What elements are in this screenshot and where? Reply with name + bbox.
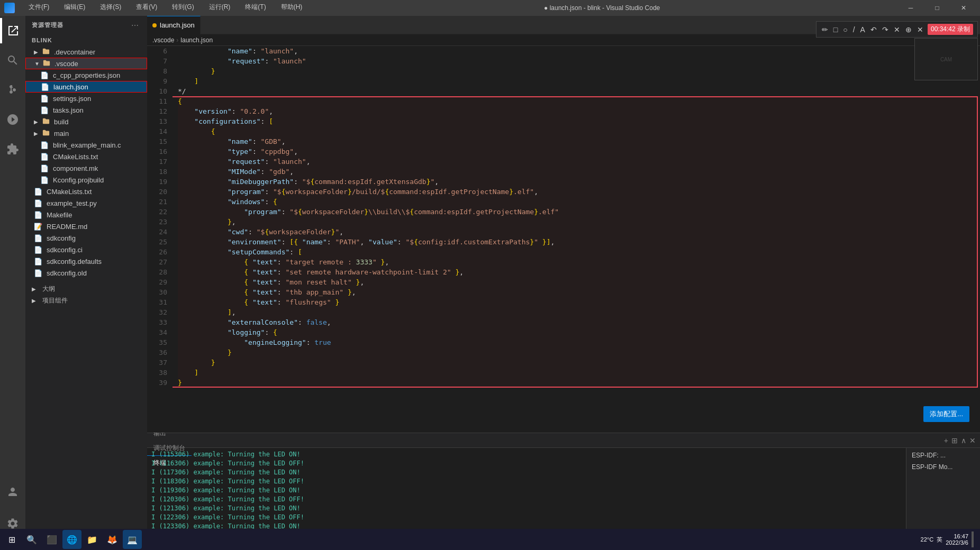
- tree-item-cpp_properties[interactable]: 📄c_cpp_properties.json: [25, 69, 147, 81]
- line-number: 14: [149, 126, 167, 136]
- folder-chevron: ▶: [34, 49, 40, 55]
- line-number: 10: [149, 86, 167, 96]
- ann-redo-icon[interactable]: ↷: [881, 24, 890, 35]
- show-desktop-btn[interactable]: [972, 531, 974, 547]
- menu-item[interactable]: 编辑(E): [61, 3, 88, 13]
- tree-item-main[interactable]: ▶main: [25, 127, 147, 139]
- task-view-btn[interactable]: ⬛: [42, 530, 61, 549]
- esp-idf-item-2[interactable]: ESP-IDF Mo...: [909, 462, 978, 472]
- ann-circle-icon[interactable]: ○: [842, 24, 848, 35]
- source-control-icon[interactable]: [0, 77, 25, 103]
- code-line: "request": "launch",: [178, 157, 980, 167]
- tree-item-README[interactable]: 📝README.md: [25, 221, 147, 232]
- code-content[interactable]: "name": "launch", "request": "launch" } …: [173, 46, 980, 433]
- add-config-button[interactable]: 添加配置...: [923, 406, 969, 422]
- tree-label: README.md: [47, 223, 87, 231]
- minimize-button[interactable]: ─: [899, 0, 923, 16]
- code-line: { "text": "mon reset halt" },: [178, 277, 980, 287]
- tree-item-sdkconfig_ci[interactable]: 📄sdkconfig.ci: [25, 244, 147, 255]
- terminal-content[interactable]: I (115306) example: Turning the LED ON!I…: [147, 448, 906, 538]
- explorer-taskbar-btn[interactable]: 📁: [83, 530, 102, 549]
- tree-item-sdkconfig_old[interactable]: 📄sdkconfig.old: [25, 267, 147, 279]
- ann-undo-icon[interactable]: ↶: [869, 24, 878, 35]
- firefox-btn[interactable]: 🦊: [103, 530, 122, 549]
- tree-label: Makefile: [47, 211, 72, 219]
- code-line: { "text": "set remote hardware-watchpoin…: [178, 267, 980, 277]
- tree-label: .vscode: [55, 60, 78, 68]
- ann-text-icon[interactable]: A: [859, 24, 866, 35]
- menu-item[interactable]: 帮助(H): [278, 3, 306, 13]
- tree-label: sdkconfig.ci: [47, 246, 83, 254]
- new-file-btn[interactable]: ⋯: [129, 20, 141, 31]
- menu-item[interactable]: 终端(T): [242, 3, 269, 13]
- ann-line-icon[interactable]: /: [852, 24, 856, 35]
- tree-item-component_mk[interactable]: 📄component.mk: [25, 162, 147, 174]
- tree-item-devcontainer[interactable]: ▶.devcontainer: [25, 46, 147, 58]
- code-line: "program": "${workspaceFolder}\\build\\$…: [178, 207, 980, 217]
- editor-area: launch.json .vscode › launch.json 678910…: [147, 16, 980, 538]
- code-line: "windows": {: [178, 197, 980, 207]
- tree-item-launch_json[interactable]: 📄launch.json: [25, 81, 147, 93]
- menu-item[interactable]: 文件(F): [25, 3, 52, 13]
- esp-idf-item-1[interactable]: ESP-IDF: ...: [909, 450, 978, 461]
- start-btn[interactable]: ⊞: [2, 530, 21, 549]
- tree-item-example_test[interactable]: 📄example_test.py: [25, 197, 147, 209]
- explorer-icon[interactable]: [0, 18, 25, 43]
- menu-item[interactable]: 转到(G): [169, 3, 197, 13]
- ann-delete-icon[interactable]: ✕: [893, 24, 901, 35]
- file-icon: 📄: [40, 141, 49, 149]
- menu-item[interactable]: 运行(R): [206, 3, 234, 13]
- panel-close-icon[interactable]: ✕: [969, 436, 976, 445]
- tree-item-CMakeLists[interactable]: 📄CMakeLists.txt: [25, 151, 147, 162]
- tree-item-vscode[interactable]: ▼.vscode: [25, 58, 147, 69]
- tree-item-tasks_json[interactable]: 📄tasks.json: [25, 104, 147, 116]
- menu-item[interactable]: 查看(V): [133, 3, 160, 13]
- line-number: 20: [149, 187, 167, 197]
- tree-label: Kconfig.projbuild: [53, 176, 104, 184]
- search-icon[interactable]: [0, 48, 25, 73]
- line-number: 17: [149, 157, 167, 167]
- breadcrumb-file[interactable]: launch.json: [180, 36, 213, 44]
- tree-item-blink_example_main[interactable]: 📄blink_example_main.c: [25, 139, 147, 151]
- tree-item-settings_json[interactable]: 📄settings.json: [25, 93, 147, 104]
- ann-close-icon[interactable]: ✕: [916, 24, 924, 35]
- tree-item-sdkconfig_defaults[interactable]: 📄sdkconfig.defaults: [25, 255, 147, 267]
- accounts-icon[interactable]: [0, 479, 25, 505]
- tree-item-sdkconfig[interactable]: 📄sdkconfig: [25, 232, 147, 244]
- line-number: 28: [149, 267, 167, 277]
- code-line: "setupCommands": [: [178, 247, 980, 257]
- search-taskbar-btn[interactable]: 🔍: [22, 530, 41, 549]
- ann-pencil-icon[interactable]: ✏: [821, 24, 829, 35]
- terminal-line: I (115306) example: Turning the LED ON!: [151, 450, 902, 459]
- title-bar: const menuData = JSON.parse(document.get…: [0, 0, 980, 16]
- tree-item-CMakeLists2[interactable]: 📄CMakeLists.txt: [25, 186, 147, 197]
- maximize-button[interactable]: □: [925, 0, 949, 16]
- menu-item[interactable]: 选择(S): [97, 3, 124, 13]
- panel-add-icon[interactable]: +: [944, 436, 948, 445]
- outline-section[interactable]: ▶ 大纲: [25, 283, 147, 295]
- project-components-section[interactable]: ▶ 项目组件: [25, 295, 147, 306]
- edge-btn[interactable]: 🌐: [62, 530, 81, 549]
- taskbar-input[interactable]: 英: [937, 536, 942, 544]
- line-number: 18: [149, 167, 167, 177]
- extensions-icon[interactable]: [0, 136, 25, 162]
- folder-chevron: ▶: [34, 131, 40, 136]
- tree-item-build[interactable]: ▶build: [25, 116, 147, 127]
- code-line: */: [178, 86, 980, 96]
- file-icon: [42, 117, 50, 126]
- line-number: 30: [149, 287, 167, 297]
- panel-split-icon[interactable]: ⊞: [951, 436, 958, 445]
- tree-item-Kconfig[interactable]: 📄Kconfig.projbuild: [25, 174, 147, 186]
- vscode-taskbar-btn[interactable]: 💻: [123, 530, 142, 549]
- ann-add-icon[interactable]: ⊕: [904, 24, 913, 35]
- ann-rect-icon[interactable]: □: [832, 24, 839, 35]
- tree-label: c_cpp_properties.json: [53, 71, 120, 79]
- close-button[interactable]: ✕: [951, 0, 976, 16]
- panel-chevron-up-icon[interactable]: ∧: [961, 436, 966, 445]
- tree-item-Makefile[interactable]: 📄Makefile: [25, 209, 147, 221]
- line-number: 8: [149, 66, 167, 76]
- folder-chevron: ▶: [34, 119, 40, 125]
- editor-tab-launch-json[interactable]: launch.json: [147, 16, 201, 34]
- debug-icon[interactable]: [0, 107, 25, 132]
- breadcrumb-vscode[interactable]: .vscode: [152, 36, 174, 44]
